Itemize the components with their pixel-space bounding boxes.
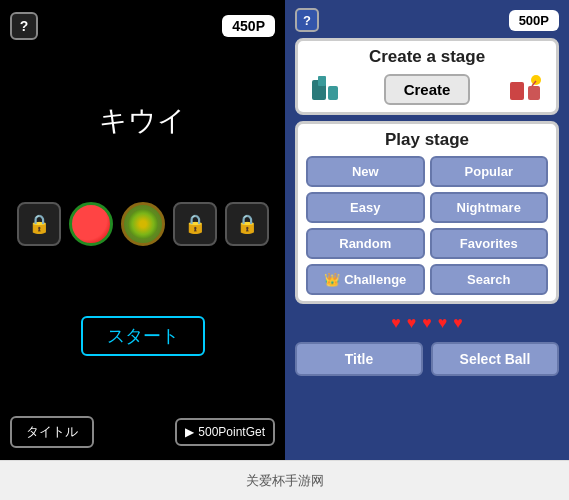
play-buttons-grid: New Popular Easy Nightmare Random Favori… [306,156,548,295]
points-get-button[interactable]: ▶ 500PointGet [175,418,275,446]
play-stage-section: Play stage New Popular Easy Nightmare Ra… [295,121,559,304]
play-stage-title: Play stage [306,130,548,150]
svg-rect-4 [528,86,540,100]
bottom-bar: 关爱杯手游网 [0,460,569,500]
search-button[interactable]: Search [430,264,549,295]
left-help-button[interactable]: ? [10,12,38,40]
fruit-name-label: キウイ [99,102,186,140]
new-button[interactable]: New [306,156,425,187]
create-row: Create [306,72,548,106]
create-button[interactable]: Create [384,74,471,105]
challenge-button[interactable]: 👑 Challenge [306,264,425,295]
lock-icon-3: 🔒 [236,213,258,235]
hearts-row: ♥ ♥ ♥ ♥ ♥ [391,314,463,332]
right-help-button[interactable]: ? [295,8,319,32]
right-top-bar: ? 500P [295,8,559,32]
left-score-badge: 450P [222,15,275,37]
lock-icon-2: 🔒 [184,213,206,235]
bottom-text: 关爱杯手游网 [246,472,324,490]
lock-icon-1: 🔒 [28,213,50,235]
right-panel: ? 500P Create a stage Create [285,0,569,460]
svg-rect-2 [328,86,338,100]
right-score-badge: 500P [509,10,559,31]
heart-1: ♥ [391,314,401,332]
easy-button[interactable]: Easy [306,192,425,223]
kiwi-inner [128,209,158,239]
fruit-item-locked-1[interactable]: 🔒 [17,202,61,246]
heart-3: ♥ [422,314,432,332]
popular-button[interactable]: Popular [430,156,549,187]
right-title-button[interactable]: Title [295,342,423,376]
svg-rect-3 [510,82,524,100]
points-label: 500PointGet [198,425,265,439]
fruit-item-kiwi[interactable] [121,202,165,246]
heart-2: ♥ [407,314,417,332]
create-stage-section: Create a stage Create [295,38,559,115]
crown-icon: 👑 [324,272,340,287]
fruit-selector-row: 🔒 🔒 🔒 [17,202,269,246]
left-panel: ? 450P キウイ 🔒 🔒 🔒 スタート [0,0,285,460]
svg-point-5 [531,75,541,85]
heart-5: ♥ [453,314,463,332]
nightmare-button[interactable]: Nightmare [430,192,549,223]
stage-graphic-left [310,72,348,106]
create-stage-title: Create a stage [306,47,548,67]
stage-graphic-right [506,72,544,106]
left-top-bar: ? 450P [10,12,275,40]
right-bottom-buttons: Title Select Ball [295,342,559,376]
fruit-item-locked-2[interactable]: 🔒 [173,202,217,246]
fruit-item-locked-3[interactable]: 🔒 [225,202,269,246]
left-bottom-bar: タイトル ▶ 500PointGet [10,416,275,448]
challenge-label: Challenge [344,272,406,287]
random-button[interactable]: Random [306,228,425,259]
fruit-item-watermelon[interactable] [69,202,113,246]
start-button[interactable]: スタート [81,316,205,356]
select-ball-button[interactable]: Select Ball [431,342,559,376]
favorites-button[interactable]: Favorites [430,228,549,259]
left-title-button[interactable]: タイトル [10,416,94,448]
heart-4: ♥ [438,314,448,332]
svg-rect-1 [318,76,326,86]
film-icon: ▶ [185,425,194,439]
